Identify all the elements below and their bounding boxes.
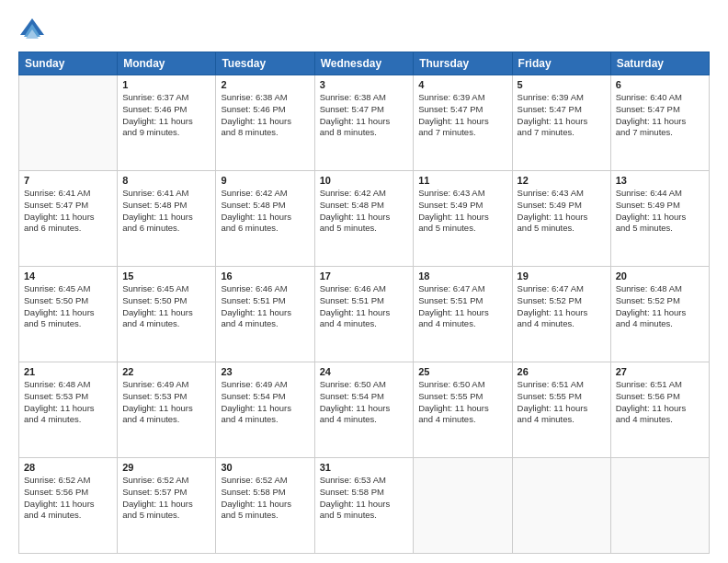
- day-info: Sunrise: 6:43 AM Sunset: 5:49 PM Dayligh…: [418, 188, 506, 235]
- day-info: Sunrise: 6:41 AM Sunset: 5:47 PM Dayligh…: [24, 188, 112, 235]
- day-number: 22: [122, 366, 210, 377]
- calendar-cell: 22Sunrise: 6:49 AM Sunset: 5:53 PM Dayli…: [118, 362, 216, 458]
- weekday-row: SundayMondayTuesdayWednesdayThursdayFrid…: [19, 52, 710, 75]
- day-number: 11: [418, 175, 506, 186]
- calendar-cell: [610, 458, 709, 554]
- day-info: Sunrise: 6:53 AM Sunset: 5:58 PM Dayligh…: [320, 475, 409, 522]
- day-number: 30: [221, 462, 309, 473]
- day-info: Sunrise: 6:43 AM Sunset: 5:49 PM Dayligh…: [518, 188, 606, 235]
- calendar-table: SundayMondayTuesdayWednesdayThursdayFrid…: [18, 52, 710, 554]
- day-info: Sunrise: 6:42 AM Sunset: 5:48 PM Dayligh…: [320, 188, 409, 235]
- calendar-cell: 21Sunrise: 6:48 AM Sunset: 5:53 PM Dayli…: [19, 362, 118, 458]
- day-number: 21: [24, 366, 112, 377]
- day-number: 18: [418, 270, 506, 282]
- day-number: 1: [122, 79, 210, 90]
- calendar-cell: 2Sunrise: 6:38 AM Sunset: 5:46 PM Daylig…: [216, 75, 314, 171]
- day-info: Sunrise: 6:52 AM Sunset: 5:57 PM Dayligh…: [122, 475, 210, 522]
- calendar-cell: 12Sunrise: 6:43 AM Sunset: 5:49 PM Dayli…: [512, 171, 610, 267]
- calendar-cell: 23Sunrise: 6:49 AM Sunset: 5:54 PM Dayli…: [216, 362, 314, 458]
- day-info: Sunrise: 6:47 AM Sunset: 5:51 PM Dayligh…: [418, 283, 506, 330]
- day-info: Sunrise: 6:45 AM Sunset: 5:50 PM Dayligh…: [122, 283, 210, 330]
- calendar-cell: 1Sunrise: 6:37 AM Sunset: 5:46 PM Daylig…: [118, 75, 216, 171]
- day-number: 2: [221, 79, 309, 90]
- calendar-cell: 18Sunrise: 6:47 AM Sunset: 5:51 PM Dayli…: [414, 267, 512, 362]
- calendar-header: SundayMondayTuesdayWednesdayThursdayFrid…: [19, 52, 710, 75]
- day-number: 4: [418, 79, 506, 90]
- day-number: 15: [122, 270, 210, 282]
- calendar-cell: 25Sunrise: 6:50 AM Sunset: 5:55 PM Dayli…: [414, 362, 512, 458]
- day-number: 28: [24, 462, 112, 473]
- day-number: 26: [518, 366, 606, 377]
- day-number: 7: [24, 175, 112, 186]
- day-info: Sunrise: 6:46 AM Sunset: 5:51 PM Dayligh…: [221, 283, 309, 330]
- day-info: Sunrise: 6:44 AM Sunset: 5:49 PM Dayligh…: [616, 188, 704, 235]
- calendar-cell: 19Sunrise: 6:47 AM Sunset: 5:52 PM Dayli…: [512, 267, 610, 362]
- day-info: Sunrise: 6:49 AM Sunset: 5:53 PM Dayligh…: [122, 379, 210, 426]
- day-info: Sunrise: 6:42 AM Sunset: 5:48 PM Dayligh…: [221, 188, 309, 235]
- day-number: 23: [221, 366, 309, 377]
- day-info: Sunrise: 6:49 AM Sunset: 5:54 PM Dayligh…: [221, 379, 309, 426]
- weekday-header-thursday: Thursday: [414, 52, 512, 75]
- calendar-cell: 27Sunrise: 6:51 AM Sunset: 5:56 PM Dayli…: [610, 362, 709, 458]
- calendar-cell: 20Sunrise: 6:48 AM Sunset: 5:52 PM Dayli…: [610, 267, 709, 362]
- calendar-cell: 31Sunrise: 6:53 AM Sunset: 5:58 PM Dayli…: [314, 458, 414, 554]
- calendar-cell: 3Sunrise: 6:38 AM Sunset: 5:47 PM Daylig…: [314, 75, 414, 171]
- day-number: 3: [320, 79, 409, 90]
- day-info: Sunrise: 6:38 AM Sunset: 5:47 PM Dayligh…: [320, 92, 409, 139]
- calendar-cell: 29Sunrise: 6:52 AM Sunset: 5:57 PM Dayli…: [118, 458, 216, 554]
- weekday-header-wednesday: Wednesday: [314, 52, 414, 75]
- day-number: 25: [418, 366, 506, 377]
- calendar-cell: 13Sunrise: 6:44 AM Sunset: 5:49 PM Dayli…: [610, 171, 709, 267]
- calendar-cell: 11Sunrise: 6:43 AM Sunset: 5:49 PM Dayli…: [414, 171, 512, 267]
- day-info: Sunrise: 6:51 AM Sunset: 5:56 PM Dayligh…: [616, 379, 704, 426]
- calendar-cell: 17Sunrise: 6:46 AM Sunset: 5:51 PM Dayli…: [314, 267, 414, 362]
- calendar-week-4: 21Sunrise: 6:48 AM Sunset: 5:53 PM Dayli…: [19, 362, 710, 458]
- day-number: 16: [221, 270, 309, 282]
- day-number: 13: [616, 175, 704, 186]
- day-info: Sunrise: 6:39 AM Sunset: 5:47 PM Dayligh…: [418, 92, 506, 139]
- page: SundayMondayTuesdayWednesdayThursdayFrid…: [0, 0, 728, 563]
- calendar-cell: [512, 458, 610, 554]
- calendar-cell: 24Sunrise: 6:50 AM Sunset: 5:54 PM Dayli…: [314, 362, 414, 458]
- day-number: 24: [320, 366, 409, 377]
- calendar-cell: 14Sunrise: 6:45 AM Sunset: 5:50 PM Dayli…: [19, 267, 118, 362]
- day-info: Sunrise: 6:47 AM Sunset: 5:52 PM Dayligh…: [518, 283, 606, 330]
- calendar-cell: 7Sunrise: 6:41 AM Sunset: 5:47 PM Daylig…: [19, 171, 118, 267]
- day-number: 19: [518, 270, 606, 282]
- weekday-header-tuesday: Tuesday: [216, 52, 314, 75]
- day-info: Sunrise: 6:39 AM Sunset: 5:47 PM Dayligh…: [518, 92, 606, 139]
- day-info: Sunrise: 6:46 AM Sunset: 5:51 PM Dayligh…: [320, 283, 409, 330]
- day-info: Sunrise: 6:48 AM Sunset: 5:52 PM Dayligh…: [616, 283, 704, 330]
- day-number: 10: [320, 175, 409, 186]
- calendar-cell: 28Sunrise: 6:52 AM Sunset: 5:56 PM Dayli…: [19, 458, 118, 554]
- weekday-header-monday: Monday: [118, 52, 216, 75]
- day-number: 9: [221, 175, 309, 186]
- day-number: 12: [518, 175, 606, 186]
- day-info: Sunrise: 6:52 AM Sunset: 5:56 PM Dayligh…: [24, 475, 112, 522]
- calendar-cell: 30Sunrise: 6:52 AM Sunset: 5:58 PM Dayli…: [216, 458, 314, 554]
- day-info: Sunrise: 6:52 AM Sunset: 5:58 PM Dayligh…: [221, 475, 309, 522]
- calendar-week-5: 28Sunrise: 6:52 AM Sunset: 5:56 PM Dayli…: [19, 458, 710, 554]
- day-number: 5: [518, 79, 606, 90]
- logo: [18, 17, 51, 42]
- calendar-cell: 8Sunrise: 6:41 AM Sunset: 5:48 PM Daylig…: [118, 171, 216, 267]
- day-number: 6: [616, 79, 704, 90]
- calendar-week-1: 1Sunrise: 6:37 AM Sunset: 5:46 PM Daylig…: [19, 75, 710, 171]
- day-info: Sunrise: 6:40 AM Sunset: 5:47 PM Dayligh…: [616, 92, 704, 139]
- weekday-header-friday: Friday: [512, 52, 610, 75]
- calendar-cell: 16Sunrise: 6:46 AM Sunset: 5:51 PM Dayli…: [216, 267, 314, 362]
- calendar-week-3: 14Sunrise: 6:45 AM Sunset: 5:50 PM Dayli…: [19, 267, 710, 362]
- calendar-cell: 5Sunrise: 6:39 AM Sunset: 5:47 PM Daylig…: [512, 75, 610, 171]
- header: [18, 17, 710, 42]
- calendar-cell: 26Sunrise: 6:51 AM Sunset: 5:55 PM Dayli…: [512, 362, 610, 458]
- calendar-cell: [19, 75, 118, 171]
- day-info: Sunrise: 6:50 AM Sunset: 5:54 PM Dayligh…: [320, 379, 409, 426]
- calendar-week-2: 7Sunrise: 6:41 AM Sunset: 5:47 PM Daylig…: [19, 171, 710, 267]
- day-number: 31: [320, 462, 409, 473]
- day-info: Sunrise: 6:45 AM Sunset: 5:50 PM Dayligh…: [24, 283, 112, 330]
- day-info: Sunrise: 6:50 AM Sunset: 5:55 PM Dayligh…: [418, 379, 506, 426]
- day-info: Sunrise: 6:41 AM Sunset: 5:48 PM Dayligh…: [122, 188, 210, 235]
- day-number: 17: [320, 270, 409, 282]
- day-number: 29: [122, 462, 210, 473]
- day-info: Sunrise: 6:51 AM Sunset: 5:55 PM Dayligh…: [518, 379, 606, 426]
